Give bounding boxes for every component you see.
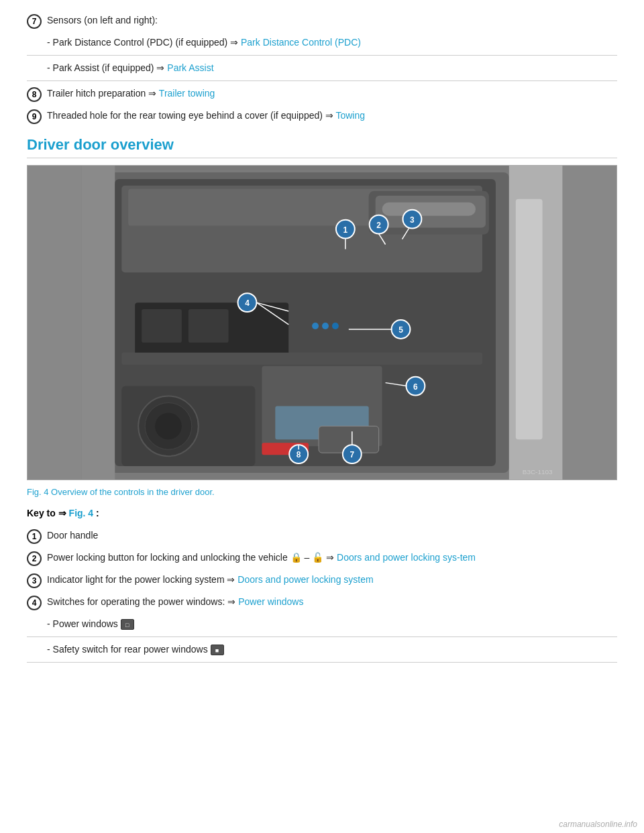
item-9: 9 Threaded hole for the rear towing eye … bbox=[27, 109, 617, 124]
key-circle-4: 4 bbox=[27, 596, 42, 610]
svg-rect-10 bbox=[382, 203, 476, 216]
svg-text:3: 3 bbox=[410, 215, 415, 225]
key-item-4: 4 Switches for operating the power windo… bbox=[27, 595, 617, 610]
key-item-2: 2 Power locking button for locking and u… bbox=[27, 551, 617, 566]
towing-link[interactable]: Towing bbox=[335, 110, 365, 121]
svg-text:7: 7 bbox=[350, 450, 354, 459]
svg-point-14 bbox=[155, 412, 182, 439]
door-image: 1 2 3 4 5 bbox=[27, 165, 617, 480]
key-item-1: 1 Door handle bbox=[27, 529, 617, 544]
divider-sub4 bbox=[27, 636, 617, 637]
svg-text:2: 2 bbox=[376, 221, 381, 230]
power-window-icon: □ bbox=[121, 619, 134, 630]
key-item-1-text: Door handle bbox=[47, 529, 98, 543]
svg-point-21 bbox=[322, 323, 329, 329]
sub-item-power-windows: - Power windows □ bbox=[47, 617, 617, 631]
trailer-towing-link[interactable]: Trailer towing bbox=[159, 88, 215, 99]
svg-text:5: 5 bbox=[398, 325, 403, 335]
item-7: 7 Sensors (on left and right): bbox=[27, 13, 617, 29]
key-circle-2: 2 bbox=[27, 551, 42, 566]
svg-rect-4 bbox=[82, 166, 115, 480]
fig-caption: Fig. 4 Overview of the controls in the d… bbox=[27, 487, 617, 497]
svg-rect-23 bbox=[121, 353, 482, 365]
door-diagram-svg: 1 2 3 4 5 bbox=[28, 166, 616, 480]
key-item-3: 3 Indicator light for the power locking … bbox=[27, 573, 617, 588]
svg-point-20 bbox=[312, 323, 319, 329]
item-7-text: Sensors (on left and right): bbox=[47, 13, 158, 27]
svg-text:4: 4 bbox=[245, 298, 250, 308]
sub-item-safety-switch: - Safety switch for rear power windows ■ bbox=[47, 643, 617, 657]
num-circle-7: 7 bbox=[27, 14, 42, 29]
watermark: carmanualsonline.info bbox=[559, 820, 637, 829]
item-8: 8 Trailer hitch preparation ⇒ Trailer to… bbox=[27, 87, 617, 102]
svg-text:B3C-1103: B3C-1103 bbox=[523, 468, 553, 476]
doors-locking-link-3[interactable]: Doors and power locking system bbox=[237, 574, 373, 585]
park-assist-link[interactable]: Park Assist bbox=[167, 62, 213, 73]
svg-rect-3 bbox=[516, 199, 543, 439]
svg-point-22 bbox=[332, 323, 339, 329]
fig4-link[interactable]: Fig. 4 bbox=[69, 508, 94, 518]
divider-park-assist bbox=[27, 80, 617, 81]
num-circle-8: 8 bbox=[27, 87, 42, 102]
divider-end bbox=[27, 662, 617, 663]
sub-item-pdc: - Park Distance Control (PDC) (if equipp… bbox=[47, 36, 617, 50]
key-item-2-text: Power locking button for locking and unl… bbox=[47, 551, 476, 565]
svg-text:6: 6 bbox=[413, 382, 418, 392]
key-item-4-text: Switches for operating the power windows… bbox=[47, 595, 303, 609]
svg-text:8: 8 bbox=[297, 450, 301, 459]
svg-rect-19 bbox=[189, 309, 229, 343]
pdc-link[interactable]: Park Distance Control (PDC) bbox=[241, 37, 361, 48]
section-heading: Driver door overview bbox=[27, 136, 617, 158]
item-9-text: Threaded hole for the rear towing eye be… bbox=[47, 109, 365, 123]
svg-rect-18 bbox=[142, 309, 182, 343]
sub-item-park-assist: - Park Assist (if equipped) ⇒ Park Assis… bbox=[47, 61, 617, 75]
key-circle-1: 1 bbox=[27, 529, 42, 544]
item-8-text: Trailer hitch preparation ⇒ Trailer towi… bbox=[47, 87, 215, 101]
num-circle-9: 9 bbox=[27, 109, 42, 124]
divider-pdc bbox=[27, 55, 617, 56]
key-to-heading: Key to ⇒ Fig. 4 : bbox=[27, 506, 617, 520]
svg-text:1: 1 bbox=[343, 225, 348, 235]
page-container: 7 Sensors (on left and right): - Park Di… bbox=[0, 0, 644, 833]
doors-locking-link-2[interactable]: Doors and power locking sys-tem bbox=[337, 552, 476, 563]
key-circle-3: 3 bbox=[27, 573, 42, 588]
power-windows-link[interactable]: Power windows bbox=[238, 596, 303, 607]
key-item-3-text: Indicator light for the power locking sy… bbox=[47, 573, 374, 587]
safety-switch-icon: ■ bbox=[211, 645, 224, 655]
